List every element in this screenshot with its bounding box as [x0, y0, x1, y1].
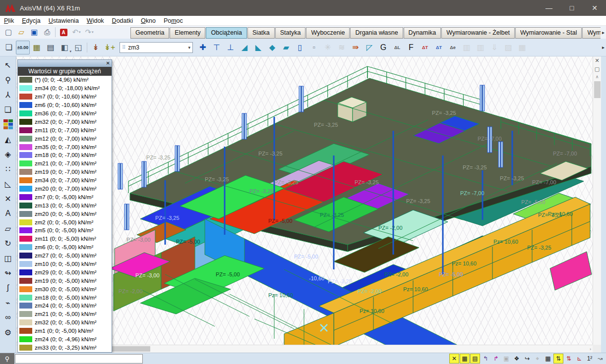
domain-load-icon[interactable]: ▯ [293, 41, 307, 54]
snow-load-icon[interactable]: ✳ [321, 41, 335, 54]
dropdown-arrow-icon[interactable]: ▾ [79, 30, 81, 34]
legend-item[interactable]: zm7 (0; 0; -10,60) kN/m² [18, 93, 112, 101]
tab-wymiarowanie-żelbet[interactable]: Wymiarowanie - Żelbet [441, 27, 515, 39]
model-wall[interactable] [284, 313, 334, 345]
tabs-overflow-icon[interactable]: ▸ [601, 30, 606, 35]
open-file-icon[interactable]: ▱ [15, 27, 28, 38]
curve-display-icon[interactable]: ↝ [595, 354, 605, 364]
beam-load-icon[interactable]: ⊤ [210, 41, 224, 54]
legend-item[interactable]: zm1 (0; 0; -5,00) kN/m² [18, 327, 112, 335]
menu-item-pomoc[interactable]: Pomoc [160, 16, 187, 25]
tab-statyka[interactable]: Statyka [275, 27, 306, 39]
selection-icon[interactable]: ↖ [1, 57, 15, 72]
column[interactable] [175, 146, 180, 171]
legend-item[interactable]: zm20 (0; 0; -7,00) kN/m² [18, 185, 112, 193]
legend-item[interactable]: zm32 (0; 0; -5,00) kN/m² [18, 318, 112, 327]
moving-load-surface-icon[interactable]: ▥ [474, 41, 487, 54]
temperature-line-icon[interactable]: ΔT [418, 41, 432, 54]
tab-wymiarowanie-d[interactable]: Wymiarowanie - D [582, 27, 601, 39]
mdi-close-icon[interactable]: ✕ [593, 56, 602, 65]
dropdown-arrow-icon[interactable]: ▾ [92, 30, 94, 34]
legend-item[interactable]: zm10 (0; 0; -5,00) kN/m² [18, 260, 112, 268]
support-displacement-icon[interactable]: Δe [446, 41, 460, 54]
horizontal-scroll-thumb[interactable] [111, 346, 150, 352]
drawings-library-icon[interactable]: ◧▾ [58, 41, 71, 54]
order-icon[interactable]: ↻ [1, 236, 15, 251]
panel-title-bar[interactable]: ✕ [18, 60, 112, 67]
tab-siatka[interactable]: Siatka [247, 27, 275, 39]
legend-item[interactable]: zm36 (0; 0; -7,00) kN/m² [18, 109, 112, 118]
layer-manager-icon[interactable]: ▱ [1, 221, 15, 236]
legend-item[interactable]: zm6 (0; 0; -5,00) kN/m² [18, 243, 112, 252]
background-layer-icon[interactable]: ▣ [501, 354, 511, 364]
geometry-tools-icon[interactable]: ◈ [1, 147, 15, 161]
legend-item[interactable]: zm21 (0; 0; -5,00) kN/m² [18, 310, 112, 318]
unit-display-icon[interactable]: 1² [585, 354, 595, 364]
legend-item[interactable]: zm11 (0; 0; -5,00) kN/m² [18, 235, 112, 243]
legend-item[interactable]: zm27 (0; 0; -5,00) kN/m² [18, 252, 112, 260]
nodal-load-icon[interactable]: ✚ [196, 41, 210, 54]
legend-item[interactable]: zm30 (0; 0; -5,00) kN/m² [18, 285, 112, 293]
glasses-icon[interactable]: ∞ [1, 310, 15, 325]
scroll-up-icon[interactable]: ∧ [596, 73, 599, 80]
menu-item-plik[interactable]: Plik [0, 16, 18, 25]
color-coding-icon[interactable] [1, 117, 15, 132]
menu-item-dodatki[interactable]: Dodatki [108, 16, 137, 25]
ramp-load-icon[interactable]: ◢ [238, 41, 251, 54]
ramp-load-2-icon[interactable]: ◣ [251, 41, 265, 54]
mesh-toggle-icon[interactable]: ▦ [543, 354, 553, 364]
vertical-scroll-thumb[interactable] [594, 81, 601, 98]
legend-item[interactable]: zm20 (0; 0; -5,00) kN/m² [18, 209, 112, 218]
influence-line-icon[interactable]: ⇓ [487, 41, 501, 54]
tension-force-icon[interactable]: F [404, 41, 418, 54]
tab-dynamika[interactable]: Dynamika [404, 27, 441, 39]
tab-wymiarowanie-stal[interactable]: Wymiarowanie - Stal [515, 27, 582, 39]
tab-elementy[interactable]: Elementy [170, 27, 205, 39]
legend-item[interactable]: zm19 (0; 0; -7,00) kN/m² [18, 168, 112, 176]
menu-item-edycja[interactable]: Edycja [18, 16, 45, 25]
renumber-icon[interactable]: ⌁ [1, 295, 15, 310]
table-browser-icon[interactable]: ▦ [30, 41, 44, 54]
legend-item[interactable]: zm33 (0; 0; -3,25) kN/m² [18, 344, 112, 352]
legend-item[interactable]: zm24 (0; 0; -5,00) kN/m² [18, 302, 112, 310]
geometry-check-icon[interactable]: ◺ [1, 176, 15, 191]
load-case-combo[interactable]: ⠿zm3▾ [120, 42, 193, 53]
polyline-mode-icon[interactable]: ↪ [522, 354, 532, 364]
model-slab[interactable] [550, 252, 592, 290]
redo-icon[interactable]: ↷▾ [83, 27, 96, 38]
transform-icon[interactable]: ◭ [1, 132, 15, 147]
search-button[interactable]: ⚲ [0, 353, 14, 364]
fluid-load-icon[interactable]: ◸ [363, 41, 376, 54]
save-drawing-icon[interactable]: ◱ [71, 41, 85, 54]
tools-icon[interactable]: ⚙ [1, 325, 15, 340]
minimize-button[interactable]: — [538, 0, 560, 16]
column[interactable] [480, 85, 485, 111]
grid-toggle-icon[interactable]: ▦ [460, 354, 470, 364]
workplane-2-icon[interactable]: ↱ [491, 354, 501, 364]
workplane-icon[interactable]: ↰ [481, 354, 490, 364]
pressure-load-icon[interactable]: ⇛ [349, 41, 363, 54]
load-cases-icon[interactable]: ↡ [89, 41, 103, 54]
coordinate-system-icon[interactable]: ⅄ [1, 87, 15, 102]
table-icon[interactable]: ◫ [1, 251, 15, 265]
legend-item[interactable]: zm32 (0; 0; -7,00) kN/m² [18, 117, 112, 126]
legend-item[interactable]: zm18 (0; 0; -7,00) kN/m² [18, 151, 112, 159]
load-display-toggle-icon[interactable]: ⇅ [553, 354, 563, 364]
tab-obciążenia[interactable]: Obciążenia [206, 27, 247, 39]
snap-grid-icon[interactable]: ∷ [1, 161, 15, 176]
polyline-icon[interactable]: ↬ [1, 265, 15, 280]
legend-item[interactable]: zm6 (0; 0; -10,60) kN/m² [18, 101, 112, 109]
pdf-export-icon[interactable]: A [57, 27, 70, 38]
legend-item[interactable]: zm13 (0; 0; -5,00) kN/m² [18, 201, 112, 209]
column[interactable] [242, 113, 246, 139]
moving-load-line-icon[interactable]: ▥ [460, 41, 474, 54]
column[interactable] [498, 142, 503, 167]
report-maker-icon[interactable]: ▤ [44, 41, 58, 54]
column[interactable] [124, 204, 129, 230]
combo-dropdown-icon[interactable]: ▾ [188, 45, 190, 50]
delete-icon[interactable]: ✕ [1, 191, 15, 206]
solid-load-icon[interactable]: ◆ [265, 41, 279, 54]
column[interactable] [299, 86, 303, 112]
tab-wyboczenie[interactable]: Wyboczenie [306, 27, 350, 39]
length-change-icon[interactable]: ΔL [390, 41, 404, 54]
